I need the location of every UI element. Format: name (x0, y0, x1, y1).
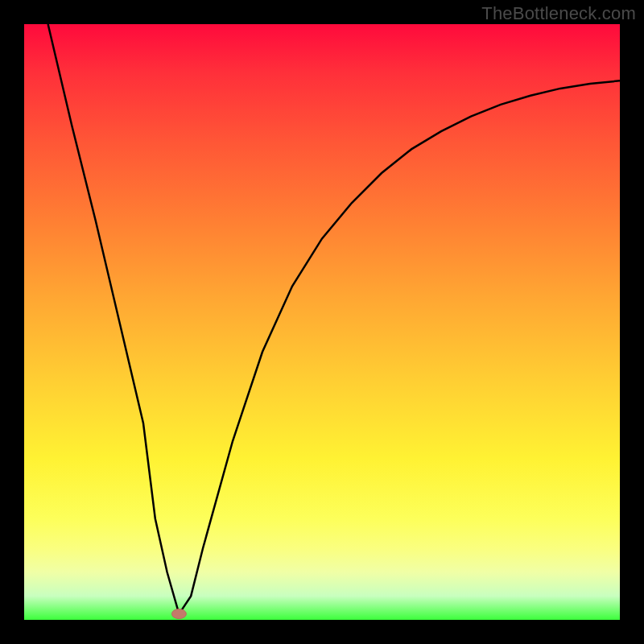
bottleneck-curve (48, 24, 620, 614)
watermark-text: TheBottleneck.com (481, 3, 636, 24)
optimum-marker (171, 609, 186, 619)
chart-svg (24, 24, 620, 620)
chart-area (24, 24, 620, 620)
